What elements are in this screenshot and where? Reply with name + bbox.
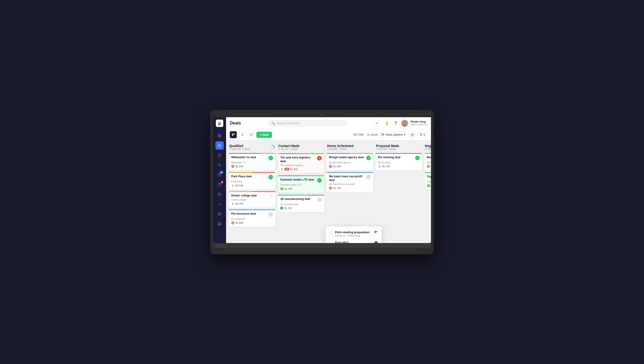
deal-avatar-tripabroad [427,184,430,187]
add-button[interactable]: + [373,120,381,127]
balance-icon: ⚖ [229,148,232,150]
svg-rect-22 [382,134,383,136]
activity-checkbox-firstpitch[interactable] [330,241,333,243]
deal-name-timsons: Tim and sons logistics deal [280,156,316,163]
calendar-badge: 1 [221,181,223,183]
deal-arrow-fantastichotels: › [317,178,322,183]
svg-marker-24 [420,134,422,136]
deal-company-bringit: Bringit media agency [329,161,371,164]
deal-arrow-willamette: › [268,156,273,160]
column-demo-scheduled: Demo Scheduled ⚖ $2,800 · 2 deals Bringi… [327,143,373,240]
svg-point-13 [403,124,406,127]
column-contact-made: Contact Made ⚖ $5,350 · 3 deals Tim and … [278,143,324,240]
sidebar-item-shop[interactable] [215,219,224,228]
deal-arrow-timsons: ✕ [317,156,322,161]
sidebar-item-calendar[interactable]: 1 [215,180,224,189]
column-header-qualified: Qualified ⚖ $10,700 · 4 deals [229,143,276,151]
sidebar: p [213,117,226,243]
deal-card-willamette[interactable]: Willamette Co deal › Willamette Co $1,50… [229,153,276,170]
filter-btn[interactable]: ▾ [418,132,427,138]
deal-amount-fantastichotels: $1,900 [284,187,292,190]
column-header-negotiations: Negotiations Started ⚖ $6,110 · 2 deals [424,143,431,151]
activity-item-firstpitch[interactable]: First pitch Tomorrow · Phyllis Yang 📵 [328,239,379,243]
column-header-proposal-made: Proposal Made ⚖ $2,700 · 1 deals [376,143,422,151]
sidebar-item-contacts[interactable] [215,190,224,199]
deal-arrow-petinsurance: › [268,212,273,217]
deal-card-parkplace[interactable]: Park Place deal › Park Place $4,500 [229,172,276,189]
deal-company-riohousing: Rio housing [378,161,420,164]
list-view-btn[interactable] [239,131,246,138]
deal-name-fantastichotels: Fantastic hotels LTD deal [280,178,316,182]
phone-icon: 📵 [374,241,378,243]
person-icon-4 [378,165,381,168]
pipeline-info: $27,660 · 12 deals [354,133,378,136]
deal-card-bringit[interactable]: Bringit media agency deal › Bringit medi… [327,153,373,170]
column-meta-negotiations: ⚖ $6,110 · 2 deals [425,148,431,150]
deal-amount-riohousing: $2,700 [382,165,390,168]
sidebar-item-tasks[interactable] [215,151,224,159]
svg-point-1 [218,135,220,137]
user-name: Phyllis Yang [410,120,427,123]
svg-rect-23 [383,134,384,135]
pipeline-name: Sales pipeline [385,133,403,136]
deal-amount-jdmanufacturing: $1,150 [284,207,292,209]
deal-card-tripabroad[interactable]: Trip abroad LTD deal ✕ Trip abroad LTD W… [424,172,431,190]
sidebar-item-mail[interactable]: 27 [215,171,224,179]
deal-amount-dreamcollege: $3,700 [236,202,243,205]
chevron-down-icon-filter: ▾ [424,133,425,137]
deal-amount-willamette: $1,500 [236,165,243,168]
board-view-btn[interactable] [230,131,237,138]
svg-point-2 [219,135,220,136]
column-title-contact-made: Contact Made [278,144,300,148]
mail-badge: 27 [220,171,223,174]
sidebar-logo[interactable]: p [216,120,223,127]
add-deal-button[interactable]: + Deal [256,132,272,138]
sidebar-item-megaphone[interactable] [215,161,224,169]
deal-avatar-jdmanufacturing [280,206,283,210]
idea-icon-btn[interactable]: 💡 [384,120,390,127]
activity-checkbox-pitch[interactable] [330,231,333,235]
deal-company-wehearttrees: We heart trees non-profit [329,183,371,185]
deal-card-fantastichotels[interactable]: Fantastic hotels LTD deal › Fantastic ho… [278,175,324,193]
deal-card-jdmanufacturing[interactable]: JD manufacturing deal › JD manufacturing… [278,195,324,212]
column-title-negotiations: Negotiations Started [425,144,431,148]
activity-item-pitch[interactable]: Pitch meeting preparation Tomorrow · Phy… [328,229,379,239]
search-placeholder: Search Pipedrive [276,121,300,125]
activity-title-firstpitch: First pitch [335,241,372,243]
svg-point-0 [218,134,221,137]
person-icon [231,184,234,187]
column-meta-qualified: ⚖ $10,700 · 4 deals [229,148,250,150]
deal-name-riohousing: Rio housing deal [378,156,414,159]
avatar[interactable] [401,120,408,127]
overdue-badge-timsons: 3D [284,168,289,171]
sidebar-item-target[interactable] [215,131,224,140]
deal-amount-petinsurance: $1,000 [236,221,243,224]
sidebar-item-cube[interactable] [215,210,224,218]
column-header-contact-made: Contact Made ⚖ $5,350 · 3 deals [278,143,324,151]
deal-card-riohousing[interactable]: Rio housing deal › Rio housing $2,700 [376,153,422,170]
help-icon-btn[interactable]: ❓ [392,120,399,127]
sidebar-item-chart[interactable] [215,200,224,208]
deal-card-timsons[interactable]: Tim and sons logistics deal ✕ Tim and so… [278,153,324,173]
deal-amount-parkplace: $4,500 [236,184,243,187]
column-meta-proposal-made: ⚖ $2,700 · 1 deals [376,148,399,150]
deal-card-petinsurance[interactable]: Pet insurance deal › Pet insurance $1,00… [229,209,276,227]
app-header: Deals 🔍 Search Pipedrive + 💡 ❓ Phyllis [226,117,431,129]
deal-name-dreamcollege: Dream college deal [231,194,270,198]
balance-icon-4: ⚖ [376,148,378,150]
search-bar[interactable]: 🔍 Search Pipedrive [268,120,348,126]
balance-icon-5: ⚖ [425,148,427,150]
deal-card-mariamretail[interactable]: Maria M. retail LTD deal › Maria M. reta… [424,153,431,170]
refresh-btn[interactable] [248,131,254,138]
sidebar-item-deals[interactable] [215,141,224,150]
deal-card-dreamcollege[interactable]: Dream college deal ⚠ Dream college $3,70… [229,191,276,208]
deal-company-fantastichotels: Fantastic hotels LTD [280,184,322,186]
deal-arrow-jdmanufacturing: › [317,197,322,202]
edit-pipeline-btn[interactable] [409,131,416,138]
column-meta-demo-scheduled: ⚖ $2,800 · 2 deals [327,148,354,150]
column-meta-contact-made: ⚖ $5,350 · 3 deals [278,148,300,150]
deal-card-wehearttrees[interactable]: We heart trees non-profit deal › We hear… [327,172,373,192]
column-qualified: Qualified ⚖ $10,700 · 4 deals [229,143,276,240]
pipeline-selector[interactable]: Sales pipeline ▾ [380,132,407,138]
sidebar-more[interactable]: ··· [218,235,221,239]
